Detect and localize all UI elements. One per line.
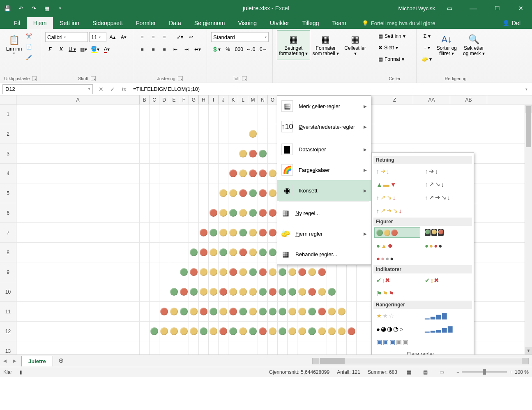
qat-customize-icon[interactable]: ▾ bbox=[54, 2, 66, 14]
col-header[interactable]: G bbox=[189, 95, 199, 104]
menu-highlight-cells[interactable]: ▦ Merk celler-regler▶ bbox=[277, 96, 371, 116]
copy-button[interactable]: 📄 bbox=[24, 42, 34, 52]
menu-color-scales[interactable]: 🌈 Fargeskalaer▶ bbox=[277, 160, 371, 180]
maximize-icon[interactable]: ☐ bbox=[488, 0, 507, 16]
save-icon[interactable]: 💾 bbox=[2, 2, 13, 14]
increase-font-icon[interactable]: A▴ bbox=[108, 32, 117, 42]
align-left-icon[interactable]: ≡ bbox=[137, 44, 147, 54]
worksheet-grid[interactable]: A BCDEFGHIJKLMNO Z AA AB 123456789101112… bbox=[0, 95, 532, 354]
orientation-icon[interactable]: ⤢▾ bbox=[175, 32, 185, 42]
iconset-4arrows-color[interactable]: ↑↗↘↓ bbox=[374, 192, 420, 203]
increase-decimal-icon[interactable]: ←.0 bbox=[245, 44, 256, 54]
col-header[interactable]: D bbox=[159, 95, 169, 104]
menu-new-rule[interactable]: ▦ Ny regel... bbox=[277, 203, 371, 223]
redo-icon[interactable]: ↷ bbox=[28, 2, 39, 14]
row-header[interactable]: 6 bbox=[0, 203, 16, 222]
decrease-decimal-icon[interactable]: .0→ bbox=[258, 44, 268, 54]
col-header[interactable]: AB bbox=[450, 95, 487, 104]
font-size-combo[interactable]: 11▾ bbox=[89, 32, 106, 42]
formula-input[interactable]: =TILFELDIGMELLOM(1;10) bbox=[130, 86, 512, 92]
vertical-scrollbar[interactable]: ▲ ▼ bbox=[525, 105, 532, 354]
col-header[interactable]: N bbox=[258, 95, 268, 104]
iconset-3flags[interactable]: ⚑⚑⚑ bbox=[374, 288, 420, 299]
scroll-down-icon[interactable]: ▼ bbox=[525, 347, 532, 354]
iconset-3stars[interactable]: ★★☆ bbox=[374, 310, 420, 321]
menu-clear-rules[interactable]: 🧽 Fjern regler▶ bbox=[277, 223, 371, 244]
zoom-in-icon[interactable]: + bbox=[509, 369, 512, 375]
merge-center-button[interactable]: ⬌▾ bbox=[193, 44, 203, 54]
col-header[interactable]: O bbox=[268, 95, 278, 104]
enter-formula-icon[interactable]: ✓ bbox=[107, 84, 118, 94]
menu-manage-rules[interactable]: ▦ Behandle regler... bbox=[277, 244, 371, 264]
menu-top-bottom[interactable]: ↑10 Øverste/nederste-regler▶ bbox=[277, 116, 371, 137]
col-header[interactable]: E bbox=[169, 95, 179, 104]
iconset-4arrows-gray[interactable]: ↑↗↘↓ bbox=[423, 179, 469, 190]
share-button[interactable]: 👤 Del bbox=[498, 17, 525, 29]
tell-me-search[interactable]: 💡 Fortell meg hva du vil gjøre bbox=[358, 18, 440, 29]
insert-function-icon[interactable]: fx bbox=[118, 84, 130, 94]
tab-team[interactable]: Team bbox=[326, 17, 353, 29]
col-header[interactable]: H bbox=[199, 95, 209, 104]
col-header[interactable]: B bbox=[140, 95, 150, 104]
col-header[interactable]: C bbox=[150, 95, 159, 104]
close-icon[interactable]: ✕ bbox=[511, 0, 530, 16]
view-normal-icon[interactable]: ▦ bbox=[405, 368, 414, 376]
underline-button[interactable]: U ▾ bbox=[67, 44, 77, 54]
iconset-5arrows-gray[interactable]: ↑↗➔↘↓ bbox=[423, 192, 469, 203]
cut-button[interactable]: ✂️ bbox=[24, 31, 34, 41]
col-header[interactable]: F bbox=[179, 95, 189, 104]
tab-segjennom[interactable]: Se gjennom bbox=[188, 17, 232, 29]
align-bottom-icon[interactable]: ≡ bbox=[159, 32, 169, 42]
col-header[interactable]: A bbox=[16, 95, 140, 104]
tab-formler[interactable]: Formler bbox=[129, 17, 162, 29]
iconset-5quarters[interactable]: ●◕◑◔○ bbox=[374, 324, 420, 334]
iconset-3traffic-unrimmed[interactable] bbox=[374, 227, 420, 238]
tab-utvikler[interactable]: Utvikler bbox=[263, 17, 296, 29]
iconset-3signs[interactable]: ●▲◆ bbox=[374, 240, 420, 251]
row-header[interactable]: 3 bbox=[0, 144, 16, 163]
accounting-format-icon[interactable]: 💲▾ bbox=[211, 44, 222, 54]
font-name-combo[interactable]: Calibri▾ bbox=[45, 32, 88, 42]
gallery-more-rules[interactable]: Flere regler... bbox=[374, 347, 471, 354]
row-header[interactable]: 2 bbox=[0, 124, 16, 144]
row-header[interactable]: 1 bbox=[0, 104, 16, 124]
delete-cells-button[interactable]: ✖ Slett ▾ bbox=[377, 43, 417, 53]
iconset-redtoback[interactable]: ●●●● bbox=[374, 253, 420, 264]
insert-cells-button[interactable]: ▦ Sett inn ▾ bbox=[377, 31, 417, 41]
font-color-button[interactable]: A▾ bbox=[102, 44, 112, 54]
macro-record-icon[interactable]: ▮ bbox=[19, 369, 22, 375]
tab-visning[interactable]: Visning bbox=[231, 17, 263, 29]
minimize-icon[interactable]: ― bbox=[464, 0, 483, 16]
decrease-indent-icon[interactable]: ⇤ bbox=[170, 44, 180, 54]
clipboard-launcher-icon[interactable] bbox=[32, 76, 37, 81]
tab-tillegg[interactable]: Tillegg bbox=[296, 17, 326, 29]
new-sheet-button[interactable]: ⊕ bbox=[56, 356, 66, 366]
iconset-5boxes[interactable]: ▣▣▣▣▣ bbox=[374, 337, 420, 347]
number-launcher-icon[interactable] bbox=[242, 76, 247, 81]
conditional-formatting-button[interactable]: ▦ Betinget formatering ▾ bbox=[277, 30, 310, 60]
iconset-3traffic-rimmed[interactable] bbox=[423, 227, 469, 238]
tab-fil[interactable]: Fil bbox=[7, 17, 27, 29]
alignment-launcher-icon[interactable] bbox=[178, 76, 183, 81]
number-format-combo[interactable]: Standard▾ bbox=[211, 32, 269, 42]
iconset-3symbols-circled[interactable]: ✔!✖ bbox=[374, 275, 420, 286]
scroll-left-icon[interactable] bbox=[313, 358, 319, 364]
font-launcher-icon[interactable] bbox=[91, 76, 96, 81]
sheet-nav-next-icon[interactable]: ► bbox=[10, 358, 20, 364]
row-header[interactable]: 4 bbox=[0, 164, 16, 183]
expand-formula-bar-icon[interactable]: ▾ bbox=[520, 84, 532, 94]
tab-settinn[interactable]: Sett inn bbox=[53, 17, 85, 29]
zoom-level[interactable]: 100 % bbox=[515, 369, 529, 375]
iconset-3triangles[interactable]: ▲▬▼ bbox=[374, 179, 420, 190]
sort-filter-button[interactable]: A↓ Sorter og filtrer ▾ bbox=[433, 30, 460, 60]
row-header[interactable]: 7 bbox=[0, 223, 16, 242]
name-box[interactable]: D12▾ bbox=[2, 84, 93, 94]
col-header[interactable]: I bbox=[209, 95, 219, 104]
col-header[interactable]: L bbox=[238, 95, 248, 104]
row-header[interactable]: 10 bbox=[0, 282, 16, 301]
view-page-layout-icon[interactable]: ▤ bbox=[421, 368, 430, 376]
increase-indent-icon[interactable]: ⇥ bbox=[182, 44, 191, 54]
row-header[interactable]: 9 bbox=[0, 262, 16, 282]
scroll-right-icon[interactable] bbox=[522, 358, 528, 364]
menu-data-bars[interactable]: ▇ Datastolper▶ bbox=[277, 139, 371, 160]
